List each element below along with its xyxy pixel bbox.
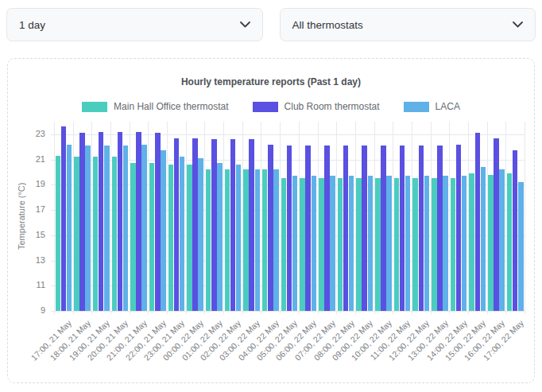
bar-club-room-thermostat — [136, 132, 141, 311]
bar-main-hall-office-thermostat — [469, 173, 474, 311]
y-tick-label: 11 — [37, 281, 45, 290]
bar-laca — [198, 158, 203, 311]
bar-club-room-thermostat — [230, 139, 236, 311]
bar-main-hall-office-thermostat — [56, 156, 61, 311]
gridline-vertical — [525, 122, 525, 314]
bar-club-room-thermostat — [324, 146, 330, 311]
bar-club-room-thermostat — [174, 138, 180, 311]
bar-laca — [405, 176, 411, 311]
bar-club-room-thermostat — [475, 133, 481, 311]
bar-main-hall-office-thermostat — [394, 178, 400, 311]
bar-club-room-thermostat — [381, 146, 386, 311]
bar-club-room-thermostat — [400, 146, 405, 311]
bar-laca — [180, 157, 185, 311]
bar-club-room-thermostat — [513, 150, 518, 311]
thermostat-dropdown-value: All thermostats — [292, 19, 363, 31]
bar-main-hall-office-thermostat — [262, 169, 268, 311]
bar-laca — [67, 145, 72, 311]
bar-main-hall-office-thermostat — [300, 178, 305, 311]
chevron-down-icon — [240, 21, 250, 28]
chevron-down-icon — [513, 21, 523, 28]
bar-club-room-thermostat — [362, 146, 367, 311]
bar-main-hall-office-thermostat — [243, 169, 249, 311]
bar-main-hall-office-thermostat — [112, 157, 118, 311]
bar-club-room-thermostat — [155, 133, 161, 311]
bar-laca — [123, 146, 129, 311]
bar-main-hall-office-thermostat — [130, 163, 136, 311]
bar-laca — [368, 176, 374, 311]
bar-laca — [499, 169, 505, 311]
chart-legend: Main Hall Office thermostatClub Room the… — [8, 101, 534, 112]
bar-main-hall-office-thermostat — [488, 175, 494, 311]
bar-laca — [349, 176, 354, 311]
gridline-horizontal — [51, 311, 525, 312]
bar-laca — [255, 169, 261, 311]
bar-laca — [424, 176, 430, 311]
bar-main-hall-office-thermostat — [225, 169, 230, 311]
legend-swatch — [82, 102, 107, 112]
legend-item-main-hall-office-thermostat[interactable]: Main Hall Office thermostat — [82, 101, 229, 112]
bar-laca — [312, 176, 317, 311]
bar-laca — [104, 146, 110, 311]
bar-club-room-thermostat — [343, 146, 349, 311]
controls-bar: 1 day All thermostats — [0, 0, 542, 41]
bar-laca — [217, 163, 223, 311]
bar-laca — [236, 165, 242, 311]
bar-laca — [161, 150, 166, 311]
bar-main-hall-office-thermostat — [187, 165, 192, 311]
bar-club-room-thermostat — [456, 145, 462, 311]
bar-laca — [273, 169, 279, 311]
bar-club-room-thermostat — [249, 139, 254, 311]
bar-laca — [518, 182, 524, 311]
y-tick-label: 23 — [36, 129, 45, 138]
bar-main-hall-office-thermostat — [451, 178, 456, 311]
bar-main-hall-office-thermostat — [206, 169, 211, 311]
bar-main-hall-office-thermostat — [375, 178, 381, 311]
y-tick-label: 15 — [36, 230, 45, 239]
period-dropdown-value: 1 day — [19, 19, 45, 31]
bar-main-hall-office-thermostat — [507, 173, 513, 311]
bar-club-room-thermostat — [211, 139, 217, 311]
bar-laca — [481, 167, 486, 311]
y-axis-title: Temperature (°C) — [16, 122, 27, 311]
y-tick-label: 9 — [41, 305, 45, 315]
bar-main-hall-office-thermostat — [281, 178, 287, 311]
bar-club-room-thermostat — [192, 138, 198, 311]
bar-main-hall-office-thermostat — [74, 157, 79, 311]
bar-laca — [462, 176, 467, 311]
bar-main-hall-office-thermostat — [93, 157, 99, 311]
bar-club-room-thermostat — [118, 132, 123, 311]
y-tick-label: 21 — [36, 154, 45, 164]
bar-club-room-thermostat — [287, 146, 292, 311]
legend-item-club-room-thermostat[interactable]: Club Room thermostat — [253, 101, 380, 112]
bar-main-hall-office-thermostat — [168, 165, 174, 311]
legend-label: Main Hall Office thermostat — [114, 101, 229, 112]
bar-laca — [443, 176, 448, 311]
bar-main-hall-office-thermostat — [319, 178, 324, 311]
period-dropdown[interactable]: 1 day — [6, 8, 263, 41]
bar-main-hall-office-thermostat — [149, 163, 155, 311]
bar-club-room-thermostat — [61, 126, 67, 311]
bar-club-room-thermostat — [268, 145, 273, 311]
bar-laca — [141, 145, 147, 311]
bar-main-hall-office-thermostat — [432, 178, 437, 311]
y-tick-label: 17 — [36, 204, 45, 214]
y-tick-label: 13 — [36, 255, 45, 265]
chart-card: Hourly temperature reports (Past 1 day) … — [7, 58, 535, 383]
legend-label: LACA — [436, 101, 460, 112]
thermostat-dropdown[interactable]: All thermostats — [280, 8, 536, 41]
bar-main-hall-office-thermostat — [412, 178, 418, 311]
bar-club-room-thermostat — [79, 133, 85, 311]
legend-item-laca[interactable]: LACA — [404, 101, 460, 112]
bar-club-room-thermostat — [437, 146, 443, 311]
bar-laca — [85, 146, 91, 311]
chart-title: Hourly temperature reports (Past 1 day) — [8, 76, 534, 87]
legend-swatch — [253, 102, 278, 112]
bar-club-room-thermostat — [494, 138, 499, 311]
bar-club-room-thermostat — [99, 132, 104, 311]
bar-laca — [292, 176, 298, 311]
y-tick-label: 19 — [36, 180, 45, 189]
bar-club-room-thermostat — [305, 146, 311, 311]
bar-laca — [330, 176, 335, 311]
legend-swatch — [404, 102, 429, 112]
